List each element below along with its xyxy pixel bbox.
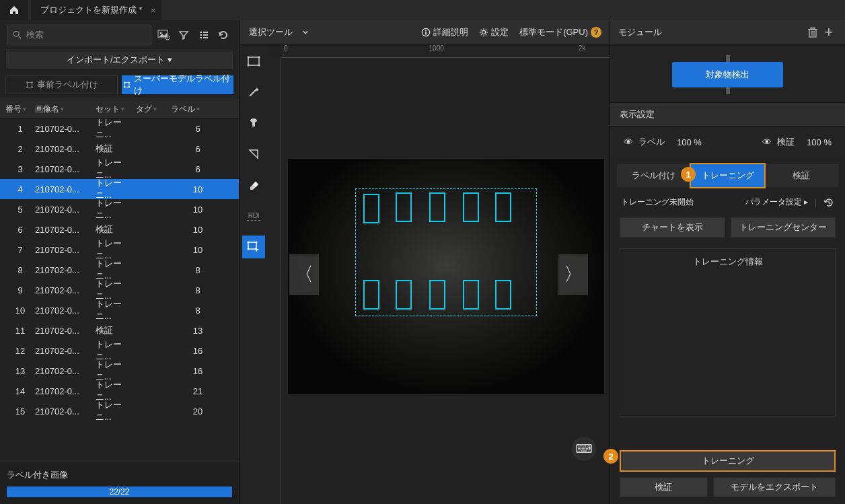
svg-point-13 [31, 81, 33, 83]
svg-line-1 [19, 36, 22, 39]
home-button[interactable] [0, 0, 28, 20]
module-node-detection[interactable]: 対象物検出 [672, 62, 783, 87]
bounding-box[interactable] [429, 192, 445, 222]
bounding-box[interactable] [463, 192, 479, 222]
table-row[interactable]: 8210702-0...トレーニ...8 [0, 260, 239, 280]
tab-training[interactable]: トレーニング [690, 163, 766, 188]
bounding-box[interactable] [495, 280, 511, 310]
history-icon[interactable] [823, 197, 834, 208]
supermodel-label-button[interactable]: スーパーモデルラベル付け [122, 75, 234, 94]
callout-marker-2: 2 [603, 449, 618, 464]
lasso-tool-icon[interactable] [242, 143, 265, 166]
import-export-button[interactable]: インポート/エクスポート ▾ [5, 50, 233, 70]
pipe-connector [726, 55, 730, 62]
bounding-box[interactable] [363, 194, 379, 223]
svg-point-19 [124, 86, 125, 87]
svg-point-27 [258, 57, 260, 59]
table-row[interactable]: 3210702-0...トレーニ...6 [0, 159, 239, 179]
callout-marker-1: 1 [681, 167, 696, 182]
param-settings-button[interactable]: パラメータ設定 ▸ [745, 196, 808, 208]
display-settings-header: 表示設定 [610, 102, 845, 127]
table-row[interactable]: 10210702-0...トレーニ...8 [0, 300, 239, 320]
training-status-text: トレーニング未開始 [621, 196, 694, 208]
next-image-button[interactable]: 〉 [558, 254, 588, 295]
table-row[interactable]: 5210702-0...トレーニ...10 [0, 199, 239, 219]
svg-point-15 [31, 86, 33, 88]
prev-image-button[interactable]: 〈 [289, 254, 319, 295]
module-panel-title: モジュール [618, 26, 805, 38]
bounding-box[interactable] [495, 192, 511, 222]
svg-rect-10 [203, 37, 208, 38]
table-row[interactable]: 14210702-0...トレーニ...21 [0, 381, 239, 401]
table-row[interactable]: 11210702-0...検証13 [0, 320, 239, 340]
reload-icon[interactable] [216, 27, 232, 43]
svg-point-20 [128, 86, 129, 87]
table-row[interactable]: 12210702-0...トレーニ...16 [0, 340, 239, 361]
bounding-box[interactable] [396, 192, 412, 222]
close-tab-icon[interactable]: × [151, 5, 156, 15]
roi-tool-icon[interactable]: ROI [242, 205, 265, 227]
export-model-button[interactable]: モデルをエクスポート [713, 477, 836, 497]
pipe-connector [726, 87, 730, 94]
image-table-header: 番号▾ 画像名▾ セット▾ タグ▾ ラベル▾ [0, 100, 239, 118]
rect-tool-icon[interactable] [242, 50, 265, 73]
table-row[interactable]: 15210702-0...トレーニ...20 [0, 401, 239, 421]
table-row[interactable]: 1210702-0...トレーニ...6 [0, 118, 239, 139]
svg-point-36 [256, 242, 258, 244]
detail-button[interactable]: 詳細説明 [421, 26, 468, 38]
svg-rect-16 [124, 83, 129, 87]
project-tab[interactable]: プロジェクトを新規作成 * × [31, 0, 161, 20]
svg-point-14 [26, 86, 28, 88]
image-settings-icon[interactable] [155, 27, 172, 43]
ruler-horizontal: 0 1000 2k [281, 44, 610, 58]
eye-icon[interactable]: 👁 [762, 137, 772, 147]
bounding-box[interactable] [429, 280, 445, 310]
search-placeholder: 検索 [26, 29, 44, 41]
svg-rect-7 [200, 34, 202, 36]
show-chart-button[interactable]: チャートを表示 [620, 217, 725, 238]
training-info-box: トレーニング情報 [620, 248, 836, 417]
project-tab-label: プロジェクトを新規作成 * [40, 4, 143, 16]
ruler-v-labels: 1000 2k [268, 499, 295, 504]
table-row[interactable]: 13210702-0...トレーニ...16 [0, 361, 239, 381]
svg-point-29 [258, 65, 260, 67]
filter-icon[interactable] [176, 27, 192, 43]
keyboard-shortcut-icon[interactable]: ⌨ [572, 437, 596, 461]
table-row[interactable]: 9210702-0...トレーニ...8 [0, 280, 239, 300]
chevron-down-icon[interactable] [302, 29, 309, 36]
search-input[interactable]: 検索 [7, 26, 151, 44]
table-row[interactable]: 2210702-0...検証6 [0, 139, 239, 159]
ruler-vertical [268, 58, 281, 504]
tab-verification[interactable]: 検証 [764, 164, 838, 187]
add-module-icon[interactable]: + [821, 24, 837, 41]
help-icon[interactable]: ? [591, 27, 601, 38]
tab-labeling[interactable]: ラベル付け [617, 164, 691, 187]
svg-rect-5 [200, 32, 202, 33]
list-view-icon[interactable] [196, 27, 212, 43]
svg-rect-25 [248, 57, 259, 65]
training-center-button[interactable]: トレーニングセンター [731, 217, 836, 238]
start-training-button[interactable]: トレーニング [620, 450, 836, 472]
wand-tool-icon[interactable] [242, 81, 265, 104]
settings-button[interactable]: 設定 [479, 26, 509, 38]
delete-module-icon[interactable] [805, 27, 821, 38]
bounding-box[interactable] [396, 280, 412, 310]
svg-line-30 [250, 89, 256, 96]
prelabel-button[interactable]: 事前ラベル付け [5, 75, 118, 94]
select-tool-icon[interactable] [242, 236, 265, 258]
table-row[interactable]: 7210702-0...トレーニ...10 [0, 240, 239, 260]
eye-icon[interactable]: 👁 [624, 137, 633, 147]
brush-tool-icon[interactable] [242, 112, 265, 135]
bounding-box[interactable] [463, 280, 479, 310]
eraser-tool-icon[interactable] [242, 174, 265, 196]
table-row[interactable]: 6210702-0...検証10 [0, 219, 239, 240]
svg-rect-42 [811, 28, 815, 29]
select-tool-label: 選択ツール [240, 26, 302, 38]
image-canvas[interactable] [288, 159, 604, 394]
table-row[interactable]: 4210702-0...トレーニ...10 [0, 179, 239, 199]
bounding-box[interactable] [363, 280, 379, 310]
svg-rect-6 [203, 32, 208, 33]
svg-point-17 [124, 81, 125, 83]
verify-button[interactable]: 検証 [620, 477, 708, 497]
svg-rect-23 [425, 30, 427, 31]
